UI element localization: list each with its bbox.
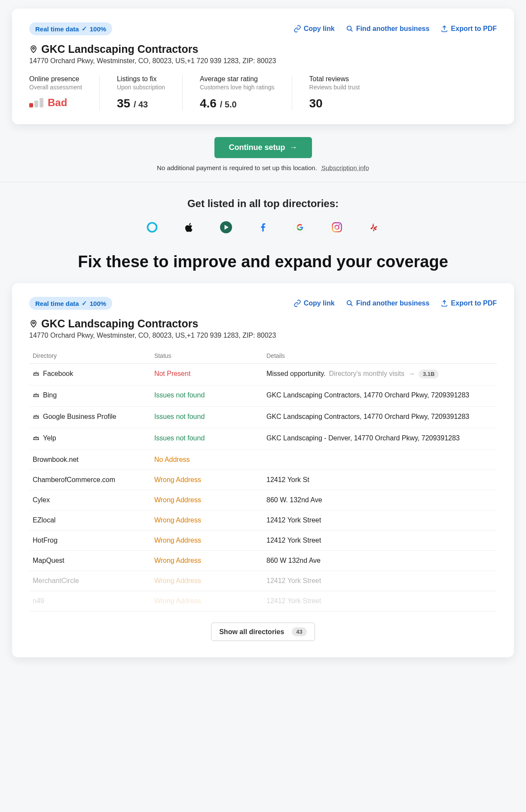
table-row: FacebookNot PresentMissed opportunity.Di… xyxy=(29,364,497,385)
fix-heading: Fix these to improve and expand your cov… xyxy=(0,253,526,271)
apple-icon xyxy=(183,221,196,234)
section-divider xyxy=(0,182,526,182)
copy-link-label: Copy link xyxy=(304,299,335,307)
facebook-icon xyxy=(257,221,269,234)
directory-name: MapQuest xyxy=(33,557,64,565)
yelp-icon xyxy=(367,221,380,234)
status-text: Wrong Address xyxy=(154,557,201,564)
export-pdf-button[interactable]: Export to PDF xyxy=(440,299,497,307)
reviews-big: 30 xyxy=(309,97,360,110)
realtime-pill: Real time data ✓ 100% xyxy=(29,22,112,35)
amazon-alexa-icon xyxy=(146,221,159,234)
stat-sub: Overall assessment xyxy=(29,84,82,91)
status-text: No Address xyxy=(154,456,190,463)
realtime-percent: 100% xyxy=(90,25,106,33)
table-row: BingIssues not foundGKC Landscaping Cont… xyxy=(29,385,497,407)
directory-name: EZlocal xyxy=(33,516,55,524)
table-row: ChamberofCommerce.comWrong Address12412 … xyxy=(29,470,497,490)
details-text: 12412 York Street xyxy=(266,597,321,604)
stat-label: Listings to fix xyxy=(117,75,165,83)
nextdoor-icon xyxy=(220,221,232,234)
realtime-pill: Real time data ✓ 100% xyxy=(29,297,112,310)
status-text: Wrong Address xyxy=(154,476,201,483)
stat-sub: Customers love high ratings xyxy=(200,84,275,91)
link-icon xyxy=(294,25,301,33)
continue-setup-button[interactable]: Continue setup → xyxy=(214,137,312,158)
directory-name: n49 xyxy=(33,597,44,605)
stat-listings-to-fix: Listings to fix Upon subscription 35 / 4… xyxy=(117,75,183,110)
summary-card: Real time data ✓ 100% Copy link Find ano… xyxy=(12,9,514,124)
directory-name: Yelp xyxy=(33,434,56,442)
find-business-button[interactable]: Find another business xyxy=(346,25,430,33)
directories-heading: Get listed in all top directories: xyxy=(0,198,526,210)
search-icon xyxy=(346,25,354,33)
details-text: 12412 York St xyxy=(266,476,309,483)
arrow-right-icon: → xyxy=(290,143,297,152)
copy-link-label: Copy link xyxy=(304,25,335,33)
directory-name: Facebook xyxy=(33,370,73,378)
signal-bars-icon xyxy=(29,98,43,107)
table-row: HotFrogWrong Address12412 York Street xyxy=(29,531,497,551)
realtime-label: Real time data xyxy=(35,25,79,33)
status-text: Issues not found xyxy=(154,434,205,442)
realtime-percent: 100% xyxy=(90,300,106,307)
status-text: Wrong Address xyxy=(154,496,201,504)
directory-name: HotFrog xyxy=(33,537,58,544)
svg-rect-5 xyxy=(333,223,342,232)
show-all-directories-button[interactable]: Show all directories 43 xyxy=(211,623,315,641)
copy-link-button[interactable]: Copy link xyxy=(294,299,335,307)
search-icon xyxy=(346,299,354,307)
table-row: n49Wrong Address12412 York Street xyxy=(29,591,497,611)
svg-point-7 xyxy=(339,224,340,226)
status-text: Wrong Address xyxy=(154,516,201,524)
table-row: MerchantCircleWrong Address12412 York St… xyxy=(29,571,497,591)
svg-point-2 xyxy=(33,47,34,49)
table-row: CylexWrong Address860 W. 132nd Ave xyxy=(29,490,497,510)
svg-point-0 xyxy=(347,26,351,31)
find-business-label: Find another business xyxy=(356,299,430,307)
details-visits-label: Directory's monthly visits → xyxy=(329,370,415,377)
show-all-label: Show all directories xyxy=(219,628,284,636)
check-icon: ✓ xyxy=(82,25,87,33)
rating-small: / 5.0 xyxy=(220,100,237,109)
google-icon xyxy=(294,221,306,234)
status-text: Issues not found xyxy=(154,413,205,420)
table-row: Google Business ProfileIssues not foundG… xyxy=(29,407,497,428)
table-row: EZlocalWrong Address12412 York Street xyxy=(29,510,497,531)
rating-big: 4.6 xyxy=(200,97,217,110)
stat-sub: Reviews build trust xyxy=(309,84,360,91)
business-title-row: GKC Landscaping Contractors xyxy=(29,43,497,55)
summary-top-row: Real time data ✓ 100% Copy link Find ano… xyxy=(29,22,497,35)
crown-icon xyxy=(33,413,40,420)
realtime-label: Real time data xyxy=(35,300,79,307)
business-name: GKC Landscaping Contractors xyxy=(41,43,198,55)
business-address: 14770 Orchard Pkwy, Westminster, CO, 800… xyxy=(29,57,497,65)
directory-name: Brownbook.net xyxy=(33,456,79,464)
listings-small: / 43 xyxy=(134,100,148,109)
stat-label: Total reviews xyxy=(309,75,360,83)
presence-value: Bad xyxy=(48,97,67,109)
details-text: 12412 York Street xyxy=(266,537,321,544)
stat-online-presence: Online presence Overall assessment Bad xyxy=(29,75,100,110)
svg-point-6 xyxy=(335,225,339,229)
subscription-info-link[interactable]: Subscription info xyxy=(321,164,369,171)
th-details: Details xyxy=(263,348,497,364)
svg-point-10 xyxy=(33,322,34,324)
directory-name: Cylex xyxy=(33,496,50,504)
details-text: 12412 York Street xyxy=(266,577,321,584)
details-text: GKC Landscaping Contractors, 14770 Orcha… xyxy=(266,413,469,420)
find-business-label: Find another business xyxy=(356,25,430,33)
svg-point-3 xyxy=(148,223,157,232)
business-name: GKC Landscaping Contractors xyxy=(41,317,198,330)
export-pdf-button[interactable]: Export to PDF xyxy=(440,25,497,33)
find-business-button[interactable]: Find another business xyxy=(346,299,430,307)
export-icon xyxy=(440,299,448,307)
pin-icon xyxy=(29,45,38,54)
cta-section: Continue setup → No additional payment i… xyxy=(0,137,526,171)
visits-badge: 3.1B xyxy=(419,369,439,379)
cta-note: No additional payment is required to set… xyxy=(157,164,317,171)
copy-link-button[interactable]: Copy link xyxy=(294,25,335,33)
stat-sub: Upon subscription xyxy=(117,84,165,91)
directory-name: Google Business Profile xyxy=(33,413,116,421)
stat-total-reviews: Total reviews Reviews build trust 30 xyxy=(309,75,360,110)
